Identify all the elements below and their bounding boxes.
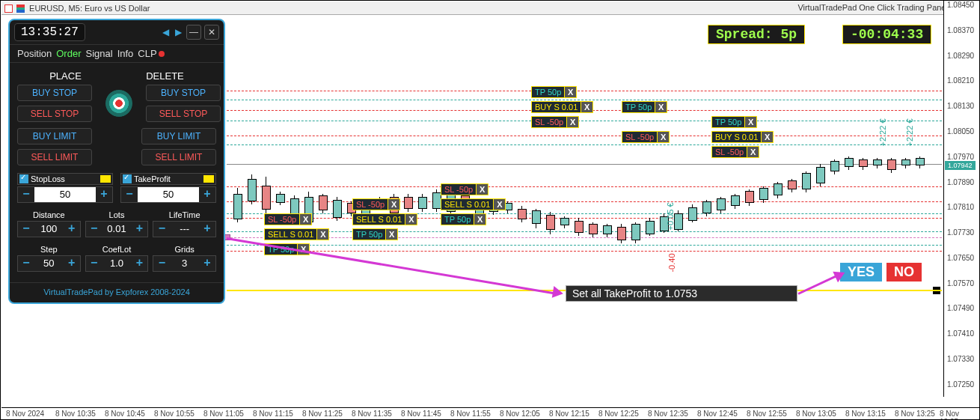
tab-signal[interactable]: Signal (85, 48, 112, 59)
price-line[interactable] (227, 251, 942, 252)
bullseye-icon[interactable] (105, 90, 132, 117)
countdown-timer: -00:04:33 (842, 25, 931, 44)
close-tag-button[interactable]: X (657, 132, 669, 142)
del-buy-stop-button[interactable]: BUY STOP (146, 85, 221, 101)
close-tag-button[interactable]: X (744, 117, 756, 127)
price-line[interactable] (227, 237, 942, 238)
tp-value[interactable]: 50 (138, 187, 199, 202)
y-tick: 1.07410 (947, 329, 974, 338)
order-tag[interactable]: SL -50pX (441, 183, 489, 195)
del-sell-stop-button[interactable]: SELL STOP (146, 106, 221, 122)
order-tag[interactable]: SL -50pX (352, 198, 400, 210)
price-line[interactable] (227, 91, 942, 91)
order-tag[interactable]: SL -50pX (622, 131, 670, 143)
tab-order[interactable]: Order (56, 48, 81, 59)
sl-minus-button[interactable]: − (18, 187, 34, 202)
close-tag-button[interactable]: X (493, 199, 505, 210)
param-minus-button[interactable]: − (86, 256, 102, 271)
price-line[interactable] (227, 245, 942, 246)
place-sell-limit-button[interactable]: SELL LIMIT (17, 149, 92, 165)
order-tag[interactable]: TP 50pX (711, 116, 757, 128)
param-minus-button[interactable]: − (153, 256, 170, 271)
param-value[interactable]: 1.0 (102, 256, 132, 271)
param-plus-button[interactable]: + (131, 222, 147, 237)
params-row-2: Step−50+CoefLot−1.0+Grids−3+ (17, 245, 216, 272)
order-tag[interactable]: TP 50pX (441, 213, 486, 225)
price-line[interactable] (227, 136, 942, 136)
close-tag-button[interactable]: X (566, 117, 578, 127)
param-value[interactable]: 50 (34, 256, 64, 271)
price-line[interactable] (227, 144, 942, 145)
close-tag-button[interactable]: X (747, 147, 759, 157)
takeprofit-toggle[interactable]: TakeProfit (120, 173, 216, 185)
close-tag-button[interactable]: X (299, 214, 311, 225)
param-plus-button[interactable]: + (64, 256, 80, 271)
y-tick: 1.07570 (947, 279, 974, 287)
price-line[interactable] (227, 186, 942, 187)
place-sell-stop-button[interactable]: SELL STOP (17, 106, 92, 122)
order-tag[interactable]: TP 50pX (531, 86, 577, 98)
x-tick: 8 Nov 13:15 (845, 410, 886, 418)
sl-plus-button[interactable]: + (96, 187, 112, 202)
price-line[interactable] (227, 218, 942, 219)
x-tick: 8 Nov 2024 (6, 410, 44, 418)
wave-icon[interactable] (203, 175, 214, 183)
param-value[interactable]: 100 (34, 222, 64, 237)
confirm-yes-button[interactable]: YES (840, 263, 882, 281)
price-line[interactable] (227, 121, 942, 121)
prev-button[interactable]: ◀ (161, 27, 171, 37)
param-value[interactable]: --- (170, 222, 199, 237)
order-tag[interactable]: SELL S 0.01X (441, 198, 506, 210)
close-tag-button[interactable]: X (655, 102, 667, 112)
tab-position[interactable]: Position (17, 48, 52, 59)
close-tag-button[interactable]: X (564, 87, 576, 97)
confirm-text: Set all TakeProfit to 1.0753 (572, 287, 697, 299)
close-tag-button[interactable]: X (474, 214, 486, 225)
order-tag[interactable]: BUY S 0.01X (711, 131, 774, 143)
close-tag-button[interactable]: X (316, 229, 328, 240)
confirm-no-button[interactable]: NO (886, 263, 922, 281)
place-buy-limit-button[interactable]: BUY LIMIT (17, 128, 92, 144)
price-line[interactable] (227, 231, 942, 232)
minimize-button[interactable]: — (186, 25, 201, 40)
close-tag-button[interactable]: X (405, 214, 417, 225)
x-tick: 8 Nov 11:35 (352, 410, 392, 418)
next-button[interactable]: ▶ (174, 27, 183, 37)
wave-icon[interactable] (100, 175, 111, 183)
order-tag[interactable]: SELL S 0.01X (352, 213, 417, 225)
param-minus-button[interactable]: − (153, 222, 170, 237)
order-tag[interactable]: SL -50pX (531, 116, 579, 128)
del-buy-limit-button[interactable]: BUY LIMIT (141, 128, 216, 144)
tab-clp[interactable]: CLP (138, 48, 164, 59)
order-tag[interactable]: SL -50pX (264, 213, 312, 225)
param-minus-button[interactable]: − (18, 256, 34, 271)
param-plus-button[interactable]: + (131, 256, 147, 271)
order-tag[interactable]: SL -50pX (711, 146, 759, 158)
price-line[interactable] (227, 100, 942, 100)
close-tag-button[interactable]: X (385, 229, 397, 240)
order-tag[interactable]: BUY S 0.01X (531, 101, 593, 113)
param-value[interactable]: 3 (170, 256, 199, 271)
close-tag-button[interactable]: X (761, 132, 773, 142)
close-tag-button[interactable]: X (476, 184, 488, 195)
tp-minus-button[interactable]: − (121, 187, 138, 202)
order-tag[interactable]: TP 50pX (352, 228, 398, 240)
tab-info[interactable]: Info (117, 48, 134, 59)
param-plus-button[interactable]: + (199, 222, 215, 237)
order-tag[interactable]: TP 50pX (622, 101, 667, 113)
order-tag[interactable]: SELL S 0.01X (264, 228, 329, 240)
params-row-1: Distance−100+Lots−0.01+LifeTime−---+ (17, 210, 216, 237)
place-buy-stop-button[interactable]: BUY STOP (17, 85, 92, 101)
close-tag-button[interactable]: X (581, 102, 592, 112)
param-minus-button[interactable]: − (18, 222, 34, 237)
param-plus-button[interactable]: + (199, 256, 215, 271)
close-button[interactable]: ✕ (204, 25, 219, 40)
tp-plus-button[interactable]: + (199, 187, 215, 202)
param-plus-button[interactable]: + (64, 222, 80, 237)
sl-value[interactable]: 50 (34, 187, 96, 202)
param-value[interactable]: 0.01 (102, 222, 132, 237)
param-minus-button[interactable]: − (86, 222, 102, 237)
close-tag-button[interactable]: X (388, 199, 399, 210)
del-sell-limit-button[interactable]: SELL LIMIT (141, 149, 216, 165)
stoploss-toggle[interactable]: StopLoss (17, 173, 113, 185)
